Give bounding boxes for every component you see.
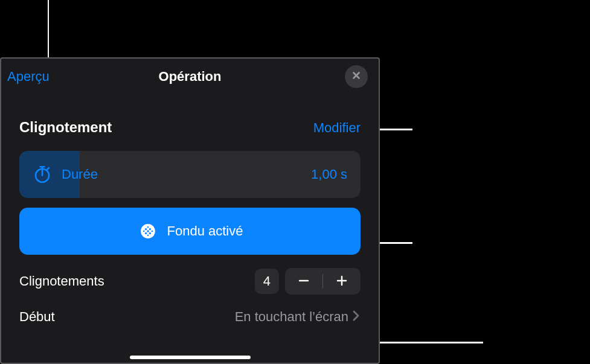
minus-icon	[298, 272, 310, 291]
blinks-label: Clignotements	[19, 273, 104, 289]
effect-name: Clignotement	[19, 119, 112, 136]
plus-icon	[336, 272, 348, 291]
start-value-wrap: En touchant l’écran	[235, 309, 361, 325]
close-button[interactable]	[345, 65, 368, 88]
effect-section-header: Clignotement Modifier	[1, 95, 379, 142]
svg-point-10	[144, 232, 146, 234]
svg-point-12	[147, 230, 149, 232]
duration-label: Durée	[62, 167, 98, 182]
modify-button[interactable]: Modifier	[313, 120, 361, 136]
svg-point-14	[151, 231, 153, 232]
svg-point-15	[147, 226, 149, 228]
svg-point-16	[147, 235, 149, 237]
svg-point-13	[143, 231, 144, 232]
blinks-value: 4	[255, 269, 279, 294]
blinks-stepper: 4	[255, 268, 361, 295]
callout-line	[48, 0, 49, 57]
home-indicator[interactable]	[130, 356, 251, 359]
svg-line-6	[48, 168, 50, 170]
panel-header: Aperçu Opération	[1, 59, 379, 95]
panel-title: Opération	[159, 69, 222, 85]
duration-slider[interactable]: Durée 1,00 s	[19, 151, 361, 198]
svg-point-8	[144, 228, 146, 230]
callout-line	[379, 129, 412, 130]
close-icon	[351, 70, 362, 83]
start-label: Début	[19, 309, 55, 325]
fade-label: Fondu activé	[167, 223, 243, 239]
blinks-row: Clignotements 4	[19, 268, 361, 295]
chevron-right-icon	[352, 310, 361, 324]
stopwatch-icon	[31, 164, 53, 185]
duration-value: 1,00 s	[311, 167, 347, 182]
callout-line	[379, 342, 483, 343]
stepper-plus-button[interactable]	[323, 268, 361, 295]
preview-button[interactable]: Aperçu	[7, 69, 50, 85]
start-row[interactable]: Début En touchant l’écran	[19, 309, 361, 325]
fade-icon	[137, 220, 159, 242]
fade-toggle[interactable]: Fondu activé	[19, 208, 361, 255]
callout-line	[379, 242, 412, 244]
stepper-minus-button[interactable]	[285, 268, 322, 295]
start-value: En touchant l’écran	[235, 309, 348, 325]
svg-point-9	[149, 228, 150, 230]
svg-point-11	[149, 232, 150, 234]
operation-panel: Aperçu Opération Clignotement Modifier	[0, 57, 380, 364]
stepper-buttons	[285, 268, 361, 295]
